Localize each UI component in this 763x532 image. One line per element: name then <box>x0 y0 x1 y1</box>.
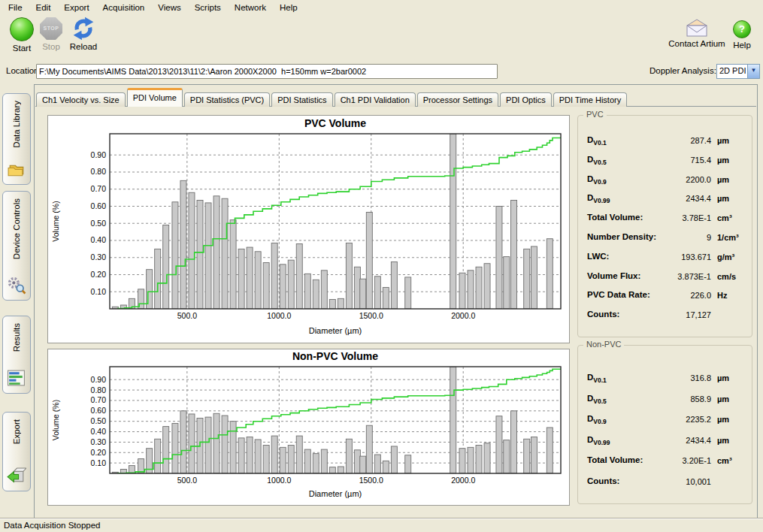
start-label: Start <box>5 44 39 53</box>
envelope-icon <box>684 18 710 38</box>
sidebar-tab-results[interactable]: Results <box>2 316 31 394</box>
svg-text:1000.0: 1000.0 <box>267 476 291 485</box>
menu-bar: FileEditExportAcquisitionViewsScriptsNet… <box>0 0 763 14</box>
stat-unit: cm³ <box>717 213 732 222</box>
svg-text:0.50: 0.50 <box>91 416 107 425</box>
svg-text:0.80: 0.80 <box>91 385 107 394</box>
sidebar-tab-device-controls[interactable]: Device Controls <box>2 191 31 301</box>
stat-unit: µm <box>717 415 729 424</box>
stat-unit: µm <box>717 436 729 445</box>
stop-label: Stop <box>36 42 66 51</box>
stat-value: 858.9 <box>628 394 711 404</box>
sidebar-tab-label: Device Controls <box>12 198 21 259</box>
svg-text:0.70: 0.70 <box>91 184 107 193</box>
svg-text:PVC Volume: PVC Volume <box>304 117 366 129</box>
stat-unit: µm <box>717 194 729 203</box>
doppler-analysis-select[interactable]: 2D PDI ▼ <box>716 64 760 79</box>
export-icon <box>7 467 26 485</box>
location-input[interactable] <box>36 64 498 79</box>
svg-text:500.0: 500.0 <box>177 476 197 485</box>
stat-unit: µm <box>717 373 729 382</box>
menu-item-export[interactable]: Export <box>57 2 95 14</box>
menu-item-views[interactable]: Views <box>151 2 187 14</box>
stat-unit: 1/cm³ <box>717 233 739 242</box>
stat-label: DV0.1 <box>587 373 607 384</box>
tab-pdi-volume[interactable]: PDI Volume <box>127 88 183 107</box>
tab-pdi-time-history[interactable]: PDI Time History <box>553 92 628 107</box>
svg-text:Diameter (µm): Diameter (µm) <box>309 489 362 498</box>
toolbar: Start STOP Stop Reload Contact Ar <box>0 14 763 62</box>
stat-label: DV0.1 <box>587 135 607 147</box>
stat-value: 2434.4 <box>628 194 711 203</box>
doppler-analysis-value: 2D PDI <box>719 66 746 75</box>
svg-text:0.90: 0.90 <box>91 375 107 384</box>
menu-item-file[interactable]: File <box>2 2 29 14</box>
chart-canvas: PVC VolumeVolume (%)0.100.200.300.400.50… <box>48 116 569 343</box>
svg-text:0.60: 0.60 <box>91 406 107 415</box>
stat-row: DV0.1316.8µm <box>587 373 747 386</box>
stat-unit: g/m³ <box>717 252 734 261</box>
stat-row: Counts:10,001 <box>587 476 747 490</box>
start-button[interactable]: Start <box>5 16 39 53</box>
svg-text:1000.0: 1000.0 <box>267 311 291 320</box>
tab-pdi-optics[interactable]: PDI Optics <box>500 92 552 107</box>
chevron-down-icon[interactable]: ▼ <box>747 65 759 78</box>
non-pvc-volume-chart: Non-PVC VolumeVolume (%)0.100.200.300.40… <box>47 349 570 506</box>
stat-label: Counts: <box>587 310 619 319</box>
status-text: Data Acquisition Stopped <box>4 521 101 530</box>
tab-ch1-pdi-validation[interactable]: Ch1 PDI Validation <box>335 92 416 107</box>
svg-text:0.90: 0.90 <box>91 150 107 159</box>
stat-value: 17,127 <box>628 310 711 319</box>
stat-unit: µm <box>717 394 729 404</box>
svg-text:0.70: 0.70 <box>91 395 107 404</box>
menu-item-network[interactable]: Network <box>228 2 273 14</box>
stat-row: DV0.92200.0µm <box>587 174 747 188</box>
pvc-stats-groupbox: PVCDV0.1287.4µmDV0.5715.4µmDV0.92200.0µm… <box>577 115 752 337</box>
tab-pdi-statistics[interactable]: PDI Statistics <box>271 92 332 107</box>
svg-text:0.10: 0.10 <box>91 287 107 296</box>
svg-text:Volume (%): Volume (%) <box>51 400 60 440</box>
menu-item-help[interactable]: Help <box>273 2 304 14</box>
tab-strip: Ch1 Velocity vs. SizePDI VolumePDI Stati… <box>36 88 628 107</box>
stat-label: DV0.5 <box>587 394 607 405</box>
stat-value: 715.4 <box>628 156 711 165</box>
menu-item-scripts[interactable]: Scripts <box>188 2 228 14</box>
tab-processor-settings[interactable]: Processor Settings <box>417 92 498 107</box>
stat-value: 193.671 <box>628 252 711 261</box>
stat-row: LWC:193.671g/m³ <box>587 252 747 265</box>
tab-pdi-statistics-pvc[interactable]: PDI Statistics (PVC) <box>184 92 270 107</box>
stat-value: 3.78E-1 <box>628 213 711 222</box>
svg-text:0.80: 0.80 <box>91 167 107 176</box>
sidebar-tab-label: Export <box>12 419 21 444</box>
stat-value: 3.873E-1 <box>628 272 711 281</box>
stat-row: Number Density:91/cm³ <box>587 232 747 246</box>
contact-artium-label: Contact Artium <box>665 39 729 48</box>
stat-label: DV0.99 <box>587 193 610 204</box>
sidebar-tab-export[interactable]: Export <box>2 412 31 491</box>
stat-value: 10,001 <box>628 477 711 486</box>
stat-label: DV0.5 <box>587 155 607 166</box>
sidebar-tab-data-library[interactable]: Data Library <box>2 93 31 185</box>
stat-value: 2200.0 <box>628 175 711 184</box>
svg-text:0.40: 0.40 <box>91 427 107 436</box>
non-pvc-stats-groupbox: Non-PVCDV0.1316.8µmDV0.5858.9µmDV0.92235… <box>577 345 752 504</box>
stat-label: DV0.9 <box>587 414 607 425</box>
help-button[interactable]: ? Help <box>728 16 756 50</box>
sidebar-tab-label: Data Library <box>12 101 21 148</box>
start-icon <box>10 17 34 41</box>
menu-item-edit[interactable]: Edit <box>29 2 58 14</box>
aims-application-window: FileEditExportAcquisitionViewsScriptsNet… <box>0 0 763 532</box>
stat-unit: Hz <box>717 291 727 300</box>
doppler-analysis-label: Doppler Analysis: <box>649 66 716 75</box>
chart-icon <box>7 369 26 388</box>
svg-text:0.30: 0.30 <box>91 437 107 446</box>
menu-item-acquisition[interactable]: Acquisition <box>96 2 152 14</box>
stop-button: STOP Stop <box>36 16 66 51</box>
sidebar-tab-label: Results <box>12 323 21 352</box>
contact-artium-button[interactable]: Contact Artium <box>665 16 729 48</box>
stat-row: Total Volume:3.78E-1cm³ <box>587 213 747 226</box>
svg-text:1500.0: 1500.0 <box>359 476 383 485</box>
reload-button[interactable]: Reload <box>65 16 102 51</box>
stat-unit: cm³ <box>717 456 732 465</box>
tab-ch1-velocity-vs-size[interactable]: Ch1 Velocity vs. Size <box>36 92 126 107</box>
